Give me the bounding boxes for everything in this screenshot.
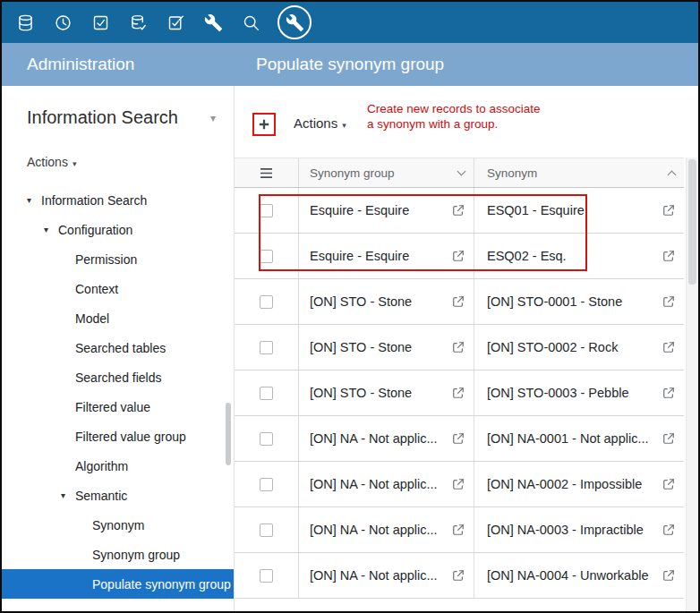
synonym-cell: [ON] STO-0003 - Pebble <box>474 370 684 415</box>
column-header-synonym-group[interactable]: Synonym group <box>299 158 474 187</box>
row-checkbox[interactable] <box>260 250 273 263</box>
table-row: Esquire - Esquire ESQ02 - Esq. <box>235 234 684 279</box>
row-checkbox[interactable] <box>260 569 273 583</box>
wrench-tools-icon[interactable] <box>202 12 224 33</box>
column-header-synonym[interactable]: Synonym <box>474 158 684 187</box>
external-link-icon[interactable] <box>662 204 675 217</box>
table-menu-icon[interactable] <box>259 167 274 179</box>
external-link-icon[interactable] <box>662 341 675 353</box>
external-link-icon[interactable] <box>452 204 465 217</box>
synonym-cell: ESQ02 - Esq. <box>474 234 684 278</box>
synonym-value: [ON] STO-0001 - Stone <box>487 294 655 309</box>
expand-caret-icon[interactable]: ▾ <box>44 225 58 234</box>
sidebar-item-label: Algorithm <box>75 459 128 473</box>
external-link-icon[interactable] <box>452 569 465 582</box>
sidebar-item-label: Semantic <box>75 489 127 503</box>
table-row: [ON] NA - Not applic... [ON] NA-0003 - I… <box>235 507 684 553</box>
synonym-group-cell: [ON] STO - Stone <box>299 325 474 370</box>
search-icon[interactable] <box>240 12 261 33</box>
table-menu-cell <box>235 158 299 187</box>
external-link-icon[interactable] <box>452 295 465 308</box>
external-link-icon[interactable] <box>662 387 675 399</box>
row-select-cell <box>235 416 299 461</box>
table-row: [ON] STO - Stone [ON] STO-0002 - Rock <box>235 325 684 370</box>
checkbox-task-icon[interactable] <box>90 12 111 33</box>
synonym-group-value: Esquire - Esquire <box>310 203 445 217</box>
external-link-icon[interactable] <box>452 524 465 536</box>
page-header: Administration Populate synonym group <box>2 43 698 86</box>
chevron-down-icon: ▾ <box>73 159 77 168</box>
history-clock-icon[interactable] <box>52 12 73 33</box>
row-checkbox[interactable] <box>260 295 273 309</box>
external-link-icon[interactable] <box>452 387 465 399</box>
synonym-value: [ON] NA-0002 - Impossible <box>487 477 655 491</box>
edit-records-icon[interactable] <box>165 12 186 33</box>
sidebar-item-permission[interactable]: Permission <box>2 244 234 274</box>
sidebar-item-filtered-value-group[interactable]: Filtered value group <box>2 421 234 451</box>
row-select-cell <box>235 279 299 324</box>
row-checkbox[interactable] <box>260 204 273 217</box>
synonym-group-cell: [ON] STO - Stone <box>299 370 474 415</box>
sidebar-item-semantic[interactable]: ▾Semantic <box>2 481 234 510</box>
sidebar-item-information-search[interactable]: ▾Information Search <box>2 185 234 215</box>
synonym-group-value: Esquire - Esquire <box>310 249 445 263</box>
external-link-icon[interactable] <box>452 250 465 262</box>
sidebar-actions-dropdown[interactable]: Actions▾ <box>27 155 234 169</box>
sidebar-item-searched-tables[interactable]: Searched tables <box>2 333 234 362</box>
plus-icon <box>258 118 270 131</box>
sidebar-item-label: Synonym <box>92 518 144 532</box>
synonym-group-cell: [ON] NA - Not applic... <box>299 553 474 598</box>
chevron-down-icon[interactable]: ▾ <box>210 112 216 124</box>
sidebar-item-searched-fields[interactable]: Searched fields <box>2 362 234 392</box>
synonym-group-cell: [ON] NA - Not applic... <box>299 416 474 461</box>
annotation-text: Create new records to associate a synony… <box>367 101 546 132</box>
synonym-group-cell: [ON] NA - Not applic... <box>299 462 474 507</box>
synonym-cell: [ON] NA-0004 - Unworkable <box>474 553 684 598</box>
sidebar-item-filtered-value[interactable]: Filtered value <box>2 392 234 421</box>
table-row: [ON] NA - Not applic... [ON] NA-0004 - U… <box>235 553 684 599</box>
synonym-group-cell: [ON] STO - Stone <box>299 279 474 324</box>
row-checkbox[interactable] <box>260 432 273 446</box>
synonym-cell: ESQ01 - Esquire <box>474 188 684 233</box>
external-link-icon[interactable] <box>452 341 465 353</box>
admin-wrench-icon[interactable] <box>277 5 312 39</box>
external-link-icon[interactable] <box>452 432 465 445</box>
sidebar-item-label: Searched tables <box>75 341 166 355</box>
external-link-icon[interactable] <box>452 478 465 490</box>
external-link-icon[interactable] <box>662 295 675 308</box>
row-checkbox[interactable] <box>260 341 273 354</box>
sidebar-item-synonym-group[interactable]: Synonym group <box>2 540 234 569</box>
expand-caret-icon[interactable]: ▾ <box>27 195 41 205</box>
sidebar-item-algorithm[interactable]: Algorithm <box>2 451 234 481</box>
synonym-group-value: [ON] NA - Not applic... <box>310 431 445 446</box>
sidebar-scrollbar-thumb[interactable] <box>226 403 231 465</box>
synonym-value: [ON] NA-0004 - Unworkable <box>487 568 655 583</box>
synonym-group-cell: Esquire - Esquire <box>299 188 474 233</box>
external-link-icon[interactable] <box>662 478 675 490</box>
sidebar-item-populate-synonym-group[interactable]: Populate synonym group <box>2 569 234 599</box>
sidebar-item-context[interactable]: Context <box>2 274 234 303</box>
new-record-button[interactable] <box>252 113 276 136</box>
sidebar-item-model[interactable]: Model <box>2 303 234 333</box>
sidebar-item-synonym[interactable]: Synonym <box>2 510 234 540</box>
row-checkbox[interactable] <box>260 478 273 491</box>
external-link-icon[interactable] <box>662 569 675 582</box>
main-content: Actions▾ Create new records to associate… <box>235 86 698 611</box>
table-row: [ON] STO - Stone [ON] STO-0003 - Pebble <box>235 370 684 416</box>
expand-caret-icon[interactable]: ▾ <box>61 490 75 500</box>
sidebar-item-configuration[interactable]: ▾Configuration <box>2 215 234 244</box>
sidebar-item-label: Context <box>75 282 118 296</box>
sidebar-item-label: Populate synonym group <box>92 577 231 592</box>
external-link-icon[interactable] <box>662 250 675 262</box>
vertical-scrollbar[interactable] <box>686 158 698 611</box>
external-link-icon[interactable] <box>662 432 675 445</box>
database-check-icon[interactable] <box>127 12 149 33</box>
database-icon[interactable] <box>14 12 36 33</box>
sidebar: Information Search ▾ Actions▾ ▾Informati… <box>2 86 235 611</box>
scrollbar-thumb[interactable] <box>688 159 696 285</box>
synonym-group-value: [ON] STO - Stone <box>310 294 445 309</box>
row-checkbox[interactable] <box>260 524 273 537</box>
actions-dropdown[interactable]: Actions▾ <box>294 115 346 131</box>
row-checkbox[interactable] <box>260 387 273 400</box>
external-link-icon[interactable] <box>662 524 675 536</box>
